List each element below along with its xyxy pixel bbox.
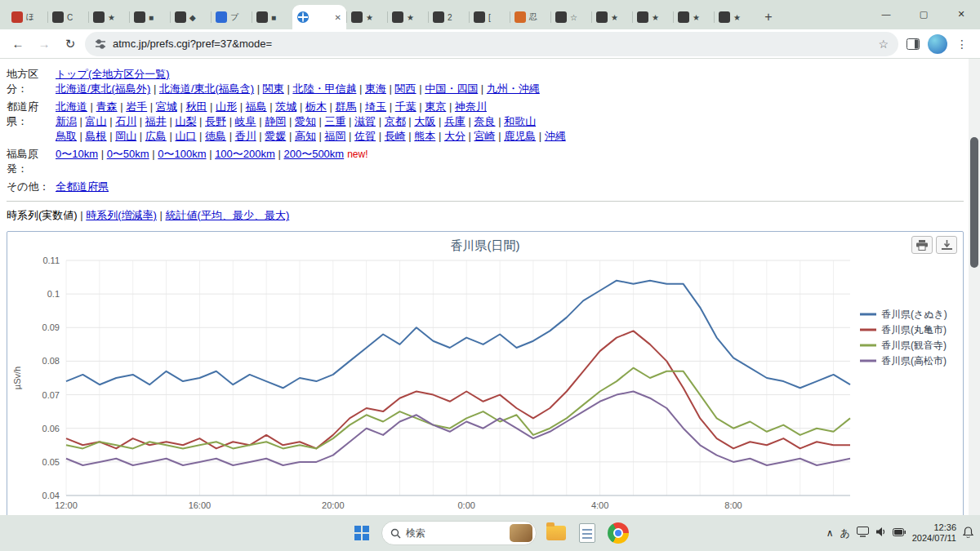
page-scrollbar[interactable] xyxy=(969,59,980,515)
region-link[interactable]: 関西 xyxy=(395,82,416,95)
reload-icon[interactable]: ↻ xyxy=(59,33,82,56)
chrome-icon[interactable] xyxy=(607,522,630,544)
url-text[interactable]: atmc.jp/prefs.cgi?pref=37&mode= xyxy=(113,38,871,50)
browser-tab[interactable]: ■ xyxy=(252,5,292,29)
region-link[interactable]: 鹿児島 xyxy=(504,130,536,142)
view-tab-link[interactable]: 時系列(増減率) xyxy=(86,209,157,221)
region-link[interactable]: 福島 xyxy=(246,100,267,113)
region-link[interactable]: 0〜10km xyxy=(56,148,98,160)
legend-item[interactable]: 香川県(観音寺) xyxy=(860,340,947,351)
browser-tab[interactable]: ★ xyxy=(346,5,387,29)
battery-icon[interactable] xyxy=(893,527,906,539)
region-link[interactable]: 長崎 xyxy=(385,130,406,142)
region-link[interactable]: 神奈川 xyxy=(455,100,487,113)
back-icon[interactable]: ← xyxy=(7,33,29,56)
region-link[interactable]: 宮城 xyxy=(156,100,177,113)
minimize-button[interactable]: — xyxy=(867,0,905,28)
close-button[interactable]: ✕ xyxy=(942,0,980,28)
region-link[interactable]: 京都 xyxy=(385,115,406,127)
region-link[interactable]: 東海 xyxy=(365,82,386,95)
region-link[interactable]: 島根 xyxy=(86,130,107,142)
browser-tab[interactable]: ★ xyxy=(673,5,714,29)
region-link[interactable]: 山口 xyxy=(175,130,196,142)
tab-close-icon[interactable]: ✕ xyxy=(335,13,341,22)
region-link[interactable]: 三重 xyxy=(324,115,345,127)
region-link[interactable]: 東京 xyxy=(425,100,446,113)
browser-tab[interactable]: ✕ xyxy=(292,5,346,29)
region-link[interactable]: 岡山 xyxy=(115,130,136,142)
side-panel-icon[interactable] xyxy=(902,33,924,56)
browser-tab[interactable]: ほ xyxy=(7,5,47,29)
region-link[interactable]: 北海道 xyxy=(56,100,87,113)
region-link[interactable]: 大阪 xyxy=(414,115,435,127)
region-link[interactable]: 沖縄 xyxy=(545,130,566,142)
region-link[interactable]: 福井 xyxy=(145,115,167,127)
browser-tab[interactable]: ★ xyxy=(591,5,632,29)
maximize-button[interactable]: ▢ xyxy=(905,0,942,28)
region-link[interactable]: 千葉 xyxy=(395,100,416,113)
region-link[interactable]: 九州・沖縄 xyxy=(487,82,540,95)
region-link[interactable]: 北海道/東北(福島外) xyxy=(56,82,150,95)
browser-tab[interactable]: C xyxy=(47,5,88,29)
browser-tab[interactable]: ★ xyxy=(714,5,755,29)
region-link[interactable]: 山形 xyxy=(216,100,237,113)
browser-tab[interactable]: ☆ xyxy=(550,5,591,29)
region-link[interactable]: 愛媛 xyxy=(265,130,286,142)
browser-tab[interactable]: ★ xyxy=(88,5,129,29)
browser-tab[interactable]: ★ xyxy=(387,5,428,29)
menu-kebab-icon[interactable]: ⋮ xyxy=(951,33,973,56)
region-link[interactable]: 茨城 xyxy=(275,100,296,113)
taskbar-clock[interactable]: 12:36 2024/07/11 xyxy=(912,522,956,544)
print-chart-button[interactable] xyxy=(911,236,933,254)
region-link[interactable]: 関東 xyxy=(263,82,284,95)
legend-item[interactable]: 香川県(丸亀市) xyxy=(860,324,947,335)
region-link[interactable]: 徳島 xyxy=(205,130,226,142)
region-link[interactable]: 山梨 xyxy=(175,115,196,127)
region-link[interactable]: 奈良 xyxy=(474,115,496,127)
region-link[interactable]: 北海道/東北(福島含) xyxy=(159,82,254,95)
tune-icon[interactable] xyxy=(95,38,106,50)
ime-indicator[interactable]: あ xyxy=(840,527,849,540)
series-line[interactable] xyxy=(66,281,850,389)
region-link[interactable]: 埼玉 xyxy=(365,100,386,113)
region-link[interactable]: 福岡 xyxy=(324,130,345,142)
view-tab-link[interactable]: 統計値(平均、最少、最大) xyxy=(166,209,290,221)
scrollbar-thumb[interactable] xyxy=(970,137,978,268)
region-link[interactable]: 広島 xyxy=(145,130,167,142)
region-link[interactable]: 秋田 xyxy=(185,100,207,113)
region-link[interactable]: 大分 xyxy=(444,130,466,142)
browser-tab[interactable]: [ xyxy=(469,5,510,29)
region-link[interactable]: 富山 xyxy=(86,115,107,127)
display-icon[interactable] xyxy=(857,527,869,540)
profile-avatar[interactable] xyxy=(928,34,947,54)
region-link[interactable]: 兵庫 xyxy=(444,115,466,127)
region-link[interactable]: 高知 xyxy=(295,130,316,142)
address-bar[interactable]: atmc.jp/prefs.cgi?pref=37&mode= ☆ xyxy=(85,32,898,56)
region-link[interactable]: 岩手 xyxy=(126,100,147,113)
search-highlight-image[interactable] xyxy=(510,524,532,542)
notepad-icon[interactable] xyxy=(576,522,599,544)
region-link[interactable]: 和歌山 xyxy=(504,115,536,127)
browser-tab[interactable]: 忍 xyxy=(510,5,550,29)
region-link[interactable]: 中国・四国 xyxy=(425,82,478,95)
taskbar-search-box[interactable]: 検索 xyxy=(381,521,537,545)
region-link[interactable]: 栃木 xyxy=(305,100,327,113)
region-link[interactable]: 滋賀 xyxy=(354,115,376,127)
region-link[interactable]: 愛知 xyxy=(295,115,316,127)
region-link[interactable]: 熊本 xyxy=(414,130,435,142)
region-link[interactable]: 北陸・甲信越 xyxy=(292,82,356,95)
start-button[interactable] xyxy=(350,522,373,544)
region-link[interactable]: 岐阜 xyxy=(235,115,256,127)
region-link[interactable]: 香川 xyxy=(235,130,256,142)
legend-item[interactable]: 香川県(高松市) xyxy=(860,355,947,367)
legend-item[interactable]: 香川県(さぬき) xyxy=(860,309,947,320)
region-link[interactable]: 0〜50km xyxy=(107,148,149,160)
time-series-chart[interactable]: 0.040.050.060.070.080.090.10.1112:0016:0… xyxy=(7,254,961,515)
region-link[interactable]: 全都道府県 xyxy=(56,180,109,193)
new-tab-button[interactable]: + xyxy=(758,7,779,28)
region-link[interactable]: 新潟 xyxy=(56,115,77,127)
region-link[interactable]: 鳥取 xyxy=(56,130,77,142)
region-link[interactable]: 群馬 xyxy=(335,100,356,113)
region-link[interactable]: 100〜200km xyxy=(215,148,275,160)
file-explorer-icon[interactable] xyxy=(545,522,568,544)
